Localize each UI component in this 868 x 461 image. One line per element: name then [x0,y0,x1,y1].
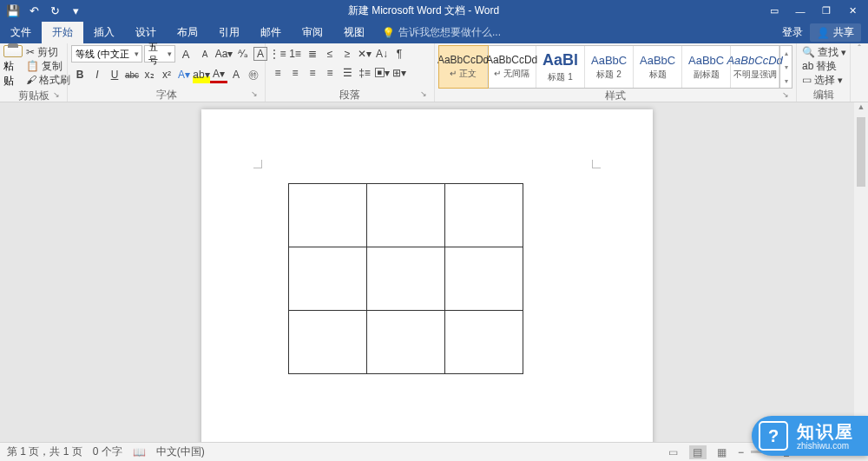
style-item-2[interactable]: AaBl标题 1 [536,46,585,88]
strikethrough-button[interactable]: abc [123,66,141,83]
numbering-button[interactable]: 1≡ [286,45,304,63]
undo-button[interactable]: ↶ [24,2,43,21]
font-color[interactable]: A▾ [210,66,227,83]
grow-font[interactable]: A [177,45,194,63]
highlight-button[interactable]: ab▾ [193,66,210,83]
save-button[interactable]: 💾 [3,2,23,21]
margin-mark-left [253,160,262,168]
style-item-0[interactable]: AaBbCcDd↵ 正文 [439,46,488,88]
font-size-combo[interactable]: 五号 [144,45,175,63]
signin-link[interactable]: 登录 [782,25,803,40]
tab-review[interactable]: 审阅 [292,22,333,43]
read-mode[interactable]: ▭ [665,445,682,459]
tab-mail[interactable]: 邮件 [250,22,292,43]
bullets-button[interactable]: ⋮≡ [269,45,286,63]
table-cell[interactable] [289,247,367,311]
proofing-icon[interactable]: 📖 [133,446,146,458]
ribbon-display-options[interactable]: ▭ [762,2,786,21]
show-marks[interactable]: ¶ [391,45,408,63]
print-layout[interactable]: ▤ [689,445,707,459]
styles-launcher[interactable]: ↘ [780,90,791,101]
font-launcher[interactable]: ↘ [249,89,260,100]
table-cell[interactable] [367,311,445,374]
table-cell[interactable] [289,311,367,374]
table-cell[interactable] [445,184,523,247]
redo-button[interactable]: ↻ [45,2,64,21]
clipboard-launcher[interactable]: ↘ [51,90,62,101]
table-cell[interactable] [445,311,523,374]
qat-customize[interactable]: ▾ [66,2,85,21]
shading-button[interactable]: 🞕▾ [373,64,391,82]
format-painter-button[interactable]: 🖌格式刷 [24,73,72,87]
underline-button[interactable]: U [106,66,123,83]
web-layout[interactable]: ▦ [713,445,731,459]
char-shading[interactable]: A [227,66,245,83]
tab-references[interactable]: 引用 [208,22,250,43]
vertical-scrollbar[interactable]: ▲ ▼ [854,102,868,442]
table-3x3[interactable] [288,183,523,374]
text-effects[interactable]: A▾ [175,66,193,83]
sort-button[interactable]: A↓ [373,45,391,63]
align-center[interactable]: ≡ [286,64,304,82]
share-button[interactable]: 👤共享 [810,23,861,42]
enclose-char[interactable]: ㊕ [245,66,262,83]
tab-layout[interactable]: 布局 [167,22,208,43]
font-name-combo[interactable]: 等线 (中文正 [71,45,142,63]
asian-layout[interactable]: ✕▾ [356,45,373,63]
language-indicator[interactable]: 中文(中国) [156,445,205,459]
multilevel-button[interactable]: ≣ [304,45,321,63]
subscript-button[interactable]: x₂ [141,66,158,83]
increase-indent[interactable]: ≥ [339,45,356,63]
scissors-icon: ✂ [26,46,35,58]
window-title: 新建 Microsoft Word 文档 - Word [85,3,762,18]
tab-file[interactable]: 文件 [0,22,42,43]
tab-view[interactable]: 视图 [333,22,375,43]
select-button[interactable]: ▭选择▾ [800,73,848,87]
document-area[interactable] [0,102,854,442]
decrease-indent[interactable]: ≤ [321,45,339,63]
scroll-thumb[interactable] [857,117,865,187]
borders-button[interactable]: ⊞▾ [391,64,408,82]
table-cell[interactable] [367,247,445,311]
page-indicator[interactable]: 第 1 页，共 1 页 [7,445,82,459]
paragraph-launcher[interactable]: ↘ [418,89,429,100]
share-icon: 👤 [817,27,830,39]
scroll-up[interactable]: ▲ [854,102,868,116]
copy-button[interactable]: 📋复制 [24,59,72,73]
close-button[interactable]: ✕ [840,2,865,21]
align-left[interactable]: ≡ [269,64,286,82]
phonetic-guide[interactable]: ᴬ⁄ₐ [234,45,252,63]
tell-me-box[interactable]: 💡告诉我您想要做什么... [382,25,501,40]
superscript-button[interactable]: x² [158,66,175,83]
paste-button[interactable]: 粘贴 [3,45,23,89]
cut-button[interactable]: ✂剪切 [24,45,72,59]
tab-insert[interactable]: 插入 [83,22,125,43]
table-cell[interactable] [367,184,445,247]
style-item-4[interactable]: AaBbC标题 [634,46,682,88]
restore-button[interactable]: ❐ [814,2,838,21]
page[interactable] [201,109,653,442]
replace-button[interactable]: ab替换 [800,59,848,73]
line-spacing[interactable]: ‡≡ [356,64,373,82]
change-case[interactable]: Aa▾ [215,45,233,63]
table-cell[interactable] [289,184,367,247]
shrink-font[interactable]: A [196,45,214,63]
styles-gallery[interactable]: AaBbCcDd↵ 正文AaBbCcDd↵ 无间隔AaBl标题 1AaBbC标题… [438,45,792,89]
tab-home[interactable]: 开始 [42,22,83,43]
find-button[interactable]: 🔍查找▾ [800,45,848,59]
table-cell[interactable] [445,247,523,311]
style-item-5[interactable]: AaBbC副标题 [682,46,731,88]
distributed[interactable]: ☰ [339,64,356,82]
style-item-1[interactable]: AaBbCcDd↵ 无间隔 [488,46,536,88]
styles-more[interactable]: ▴▾▾ [779,46,792,88]
italic-button[interactable]: I [89,66,106,83]
align-right[interactable]: ≡ [304,64,321,82]
style-item-3[interactable]: AaBbC标题 2 [585,46,634,88]
justify[interactable]: ≡ [321,64,339,82]
word-count[interactable]: 0 个字 [93,445,122,459]
collapse-ribbon[interactable]: ˆ [851,43,868,54]
zoom-out[interactable]: − [738,446,744,458]
style-item-6[interactable]: AaBbCcDd不明显强调 [731,46,779,88]
bold-button[interactable]: B [71,66,89,83]
minimize-button[interactable]: — [788,2,812,21]
